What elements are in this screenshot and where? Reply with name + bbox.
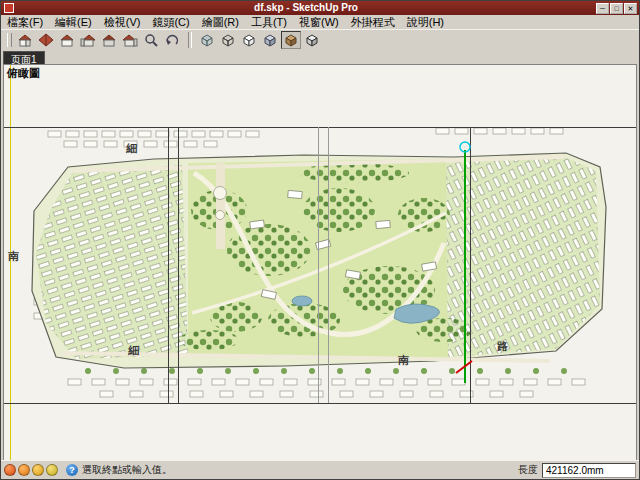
shaded-cube-icon[interactable] bbox=[260, 31, 280, 49]
app-icon bbox=[4, 3, 14, 13]
menu-edit[interactable]: 編輯(E) bbox=[49, 16, 98, 29]
menu-bar: 檔案(F) 編輯(E) 檢視(V) 鏡頭(C) 繪圖(R) 工具(T) 視窗(W… bbox=[1, 15, 639, 30]
measurement-label: 長度 bbox=[518, 463, 538, 477]
measurement-input[interactable]: 421162.0mm bbox=[542, 463, 636, 478]
status-bar: ? 選取終點或輸入值。 長度 421162.0mm bbox=[1, 460, 639, 479]
help-icon[interactable]: ? bbox=[66, 464, 78, 476]
monochrome-cube-icon[interactable] bbox=[302, 31, 322, 49]
drawing-canvas[interactable]: 俯瞰圖 bbox=[3, 64, 637, 461]
status-prompt: 選取終點或輸入值。 bbox=[82, 463, 172, 477]
wireframe-cube-icon[interactable] bbox=[218, 31, 238, 49]
back-view-icon[interactable] bbox=[99, 31, 119, 49]
view-annotation: 俯瞰圖 bbox=[7, 66, 40, 81]
menu-help[interactable]: 說明(H) bbox=[401, 16, 450, 29]
status-icon-4[interactable] bbox=[46, 464, 58, 476]
toolbar-separator bbox=[188, 32, 192, 48]
menu-window[interactable]: 視窗(W) bbox=[293, 16, 345, 29]
textured-cube-icon[interactable] bbox=[281, 31, 301, 49]
top-view-icon[interactable] bbox=[36, 31, 56, 49]
maximize-button[interactable]: □ bbox=[610, 3, 623, 14]
menu-file[interactable]: 檔案(F) bbox=[1, 16, 49, 29]
front-view-icon[interactable] bbox=[57, 31, 77, 49]
minimize-button[interactable]: ─ bbox=[596, 3, 609, 14]
sketchup-window: df.skp - SketchUp Pro ─ □ ✕ 檔案(F) 編輯(E) … bbox=[0, 0, 640, 480]
hidden-line-cube-icon[interactable] bbox=[239, 31, 259, 49]
left-view-icon[interactable] bbox=[120, 31, 140, 49]
x-ray-cube-icon[interactable] bbox=[197, 31, 217, 49]
status-icon-3[interactable] bbox=[32, 464, 44, 476]
status-icon-2[interactable] bbox=[18, 464, 30, 476]
close-button[interactable]: ✕ bbox=[624, 3, 637, 14]
toolbar bbox=[1, 29, 639, 51]
zoom-extents-icon[interactable] bbox=[141, 31, 161, 49]
scene-tab-row: 页面1 bbox=[1, 50, 639, 64]
menu-plugins[interactable]: 外掛程式 bbox=[345, 16, 401, 29]
menu-draw[interactable]: 繪圖(R) bbox=[196, 16, 245, 29]
toolbar-grip[interactable] bbox=[7, 33, 12, 47]
previous-view-icon[interactable] bbox=[162, 31, 182, 49]
menu-tools[interactable]: 工具(T) bbox=[245, 16, 293, 29]
right-view-icon[interactable] bbox=[78, 31, 98, 49]
measurement-area: 長度 421162.0mm bbox=[518, 463, 636, 478]
menu-view[interactable]: 檢視(V) bbox=[98, 16, 147, 29]
window-title: df.skp - SketchUp Pro bbox=[17, 1, 595, 15]
title-bar: df.skp - SketchUp Pro ─ □ ✕ bbox=[1, 1, 639, 15]
menu-camera[interactable]: 鏡頭(C) bbox=[146, 16, 195, 29]
site-plan-graphic bbox=[4, 65, 637, 461]
status-icon-1[interactable] bbox=[4, 464, 16, 476]
master-plan bbox=[32, 153, 606, 368]
iso-view-icon[interactable] bbox=[15, 31, 35, 49]
